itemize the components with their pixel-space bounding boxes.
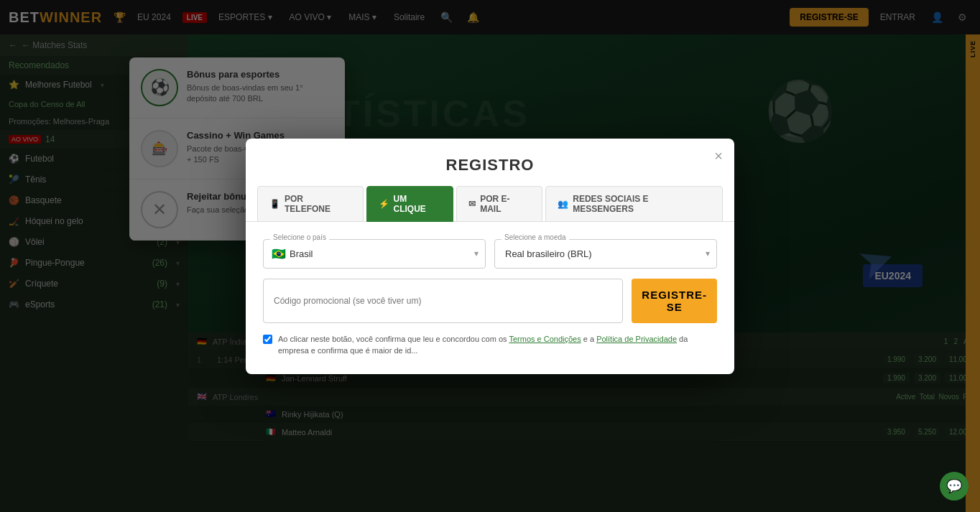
terms-checkbox[interactable] <box>263 335 272 344</box>
form-row-country-currency: Selecione o país 🇧🇷 Brasil ▾ Selecione a… <box>263 239 717 269</box>
tab-phone[interactable]: 📱 POR TELEFONE <box>257 186 364 222</box>
lightning-icon: ⚡ <box>379 199 389 209</box>
tab-one-click[interactable]: ⚡ UM CLIQUE <box>366 186 454 222</box>
tab-social-label: REDES SOCIAIS E MESSENGERS <box>573 194 711 214</box>
tab-email-label: POR E-MAIL <box>480 194 530 214</box>
modal-body: Selecione o país 🇧🇷 Brasil ▾ Selecione a… <box>246 222 734 374</box>
register-submit-button[interactable]: REGISTRE-SE <box>632 279 717 323</box>
terms-prefix: Ao clicar neste botão, você confirma que… <box>278 335 509 343</box>
country-select-group: Selecione o país 🇧🇷 Brasil ▾ <box>263 239 486 269</box>
chat-support-button[interactable]: 💬 <box>940 472 969 501</box>
modal-title: REGISTRO <box>246 139 734 186</box>
currency-select[interactable]: Real brasileiro (BRL) <box>494 239 717 269</box>
tab-one-click-label: UM CLIQUE <box>394 194 442 214</box>
currency-label: Selecione a moeda <box>501 233 569 241</box>
form-row-promo-register: REGISTRE-SE <box>263 279 717 323</box>
email-icon: ✉ <box>468 199 476 209</box>
tab-email[interactable]: ✉ POR E-MAIL <box>456 186 542 222</box>
modal-close-button[interactable]: × <box>714 149 723 163</box>
privacy-link[interactable]: Política de Privacidade <box>596 335 677 343</box>
currency-select-group: Selecione a moeda Real brasileiro (BRL) … <box>494 239 717 269</box>
phone-icon: 📱 <box>269 199 280 209</box>
modal-tabs: 📱 POR TELEFONE ⚡ UM CLIQUE ✉ POR E-MAIL … <box>246 186 734 222</box>
chat-icon: 💬 <box>946 478 962 494</box>
terms-link[interactable]: Termos e Condições <box>509 335 581 343</box>
country-select[interactable]: Brasil <box>263 239 486 269</box>
country-label: Selecione o país <box>270 233 329 241</box>
social-icon: 👥 <box>558 199 568 209</box>
tab-phone-label: POR TELEFONE <box>285 194 351 214</box>
tab-social[interactable]: 👥 REDES SOCIAIS E MESSENGERS <box>545 186 723 222</box>
terms-and: e a <box>583 335 596 343</box>
terms-row: Ao clicar neste botão, você confirma que… <box>263 333 717 357</box>
brazil-flag-icon: 🇧🇷 <box>272 247 286 261</box>
terms-text: Ao clicar neste botão, você confirma que… <box>278 333 717 357</box>
registration-modal: × REGISTRO 📱 POR TELEFONE ⚡ UM CLIQUE ✉ … <box>246 139 734 374</box>
promo-code-input[interactable] <box>263 279 623 323</box>
